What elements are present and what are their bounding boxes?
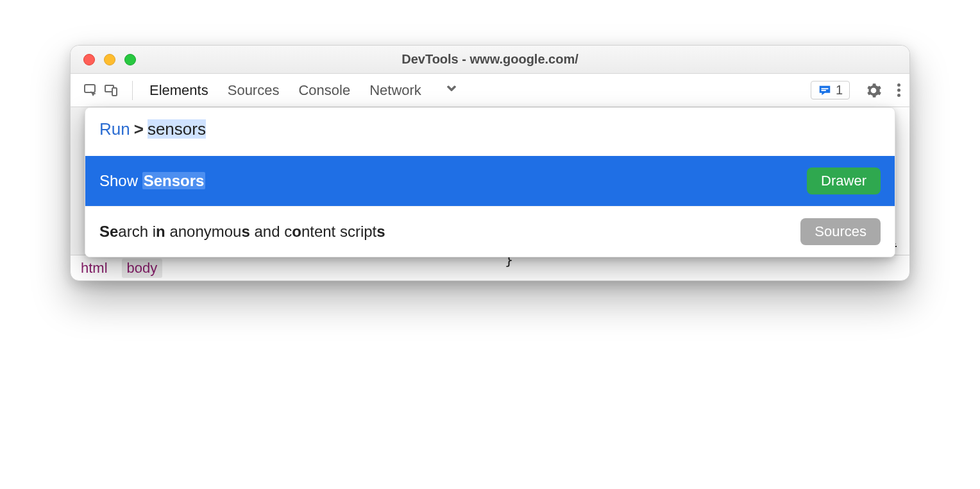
window-title: DevTools - www.google.com/: [71, 52, 909, 67]
titlebar: DevTools - www.google.com/: [71, 46, 909, 74]
command-palette: Run >sensors Show Sensors Drawer Search …: [85, 107, 895, 257]
traffic-lights: [83, 54, 136, 65]
maximize-window-icon[interactable]: [124, 54, 136, 65]
tab-network[interactable]: Network: [369, 82, 421, 99]
settings-icon[interactable]: [865, 82, 882, 99]
tab-sources[interactable]: Sources: [228, 82, 280, 99]
command-option-show-sensors[interactable]: Show Sensors Drawer: [85, 156, 895, 206]
inspect-element-icon[interactable]: [82, 82, 99, 99]
minimize-window-icon[interactable]: [104, 54, 115, 65]
svg-rect-2: [112, 88, 117, 96]
svg-rect-0: [85, 85, 95, 92]
option-tag-sources: Sources: [800, 218, 881, 245]
svg-rect-4: [821, 90, 825, 91]
command-option-text: Search in anonymous and content scripts: [99, 223, 385, 241]
prompt-char: >: [134, 119, 144, 139]
devtools-window: DevTools - www.google.com/ Elements Sour…: [70, 45, 910, 281]
devtools-toolbar: Elements Sources Console Network 1: [71, 74, 909, 107]
tab-elements[interactable]: Elements: [149, 82, 208, 99]
more-tabs-icon[interactable]: [444, 82, 459, 99]
tab-console[interactable]: Console: [298, 82, 350, 99]
breadcrumb-body[interactable]: body: [122, 259, 163, 278]
close-window-icon[interactable]: [83, 54, 95, 65]
breadcrumb-html[interactable]: html: [81, 260, 108, 277]
command-query: sensors: [148, 119, 206, 139]
option-tag-drawer: Drawer: [807, 167, 881, 194]
panel-tabs: Elements Sources Console Network: [149, 82, 421, 99]
command-option-search-scripts[interactable]: Search in anonymous and content scripts …: [85, 206, 895, 257]
toolbar-divider: [132, 81, 133, 100]
device-toggle-icon[interactable]: [103, 82, 119, 99]
feedback-chip[interactable]: 1: [811, 81, 850, 99]
command-input-row[interactable]: Run >sensors: [85, 108, 895, 156]
feedback-count: 1: [836, 83, 843, 98]
svg-rect-3: [821, 88, 828, 89]
feedback-icon: [818, 83, 832, 98]
more-menu-icon[interactable]: [897, 83, 900, 97]
run-label: Run: [99, 119, 130, 139]
